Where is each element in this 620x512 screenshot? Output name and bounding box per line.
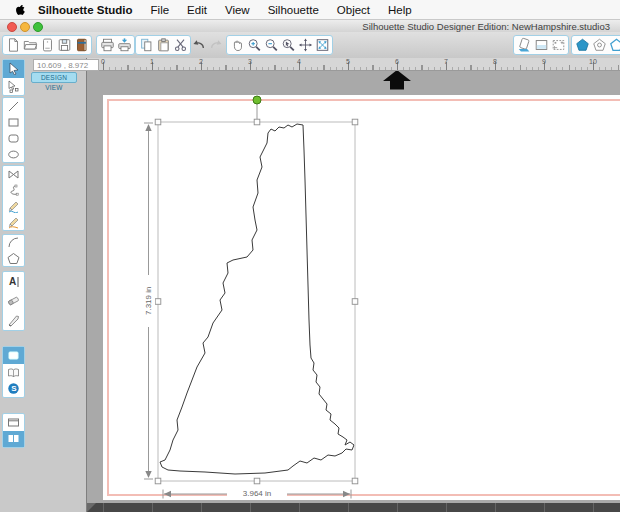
menu-view[interactable]: View <box>225 4 250 16</box>
menu-help[interactable]: Help <box>388 4 412 16</box>
split-pane-button[interactable] <box>3 431 24 448</box>
zoom-toolbar-group <box>226 35 333 55</box>
copy-icon[interactable] <box>138 37 154 54</box>
height-dim-arrow-top <box>145 124 151 131</box>
menu-edit[interactable]: Edit <box>187 4 207 16</box>
height-dimension-label: 7.319 in <box>141 275 155 327</box>
file-toolbar-group <box>2 35 92 55</box>
style-toolbar-group <box>571 35 620 55</box>
menu-bar: Silhouette Studio File Edit View Silhoue… <box>0 0 620 20</box>
print-icon[interactable] <box>99 37 115 54</box>
freehand-tool[interactable] <box>3 198 24 214</box>
fit-to-page-icon[interactable] <box>314 37 330 54</box>
line-style-icon[interactable] <box>591 37 607 54</box>
cursor-coordinates: 10.609 , 8.972 <box>33 59 99 71</box>
left-panel: A S <box>0 58 87 512</box>
ruler-number: 7 <box>444 58 448 65</box>
width-dim-arrow-left <box>164 491 171 497</box>
top-toolbar <box>0 32 620 59</box>
layout-button-group <box>2 413 25 448</box>
shape-tool-group <box>2 97 25 163</box>
canvas-overlay <box>87 58 620 512</box>
ruler-number: 4 <box>297 58 301 65</box>
drag-zoom-icon[interactable] <box>297 37 313 54</box>
cut-scissors-icon[interactable] <box>172 37 188 54</box>
regular-polygon-tool[interactable] <box>3 251 24 267</box>
minimize-button[interactable] <box>20 22 30 32</box>
menu-file[interactable]: File <box>151 4 170 16</box>
fill-color-icon[interactable] <box>574 37 590 54</box>
rotation-handle[interactable] <box>253 96 261 104</box>
zoom-selection-icon[interactable] <box>280 37 296 54</box>
silhouette-studio-screen: { "menu_bar": { "apple_icon": "apple-log… <box>0 0 620 512</box>
undo-icon[interactable] <box>190 37 206 54</box>
draw-tool-group <box>2 165 25 231</box>
ruler-number: 1 <box>150 58 154 65</box>
page-setup-icon[interactable] <box>533 37 549 54</box>
ruler-number: 2 <box>199 58 203 65</box>
window-title: Silhouette Studio Designer Edition: NewH… <box>362 21 610 32</box>
polygon-tool[interactable] <box>3 166 24 182</box>
arc-tool[interactable] <box>3 235 24 251</box>
view-button-group: S <box>2 346 25 398</box>
curve-tool[interactable] <box>3 182 24 198</box>
text-tool[interactable]: A <box>3 272 24 291</box>
single-pane-button[interactable] <box>3 414 24 431</box>
smooth-freehand-tool[interactable] <box>3 214 24 230</box>
open-folder-icon[interactable] <box>22 37 38 54</box>
cursor-arrow-icon <box>383 70 411 90</box>
height-dim-arrow-bottom <box>145 471 151 478</box>
ruler-number: 9 <box>542 58 546 65</box>
save-to-library-icon[interactable] <box>73 37 89 54</box>
apple-logo-icon[interactable] <box>14 3 26 16</box>
svg-text:A: A <box>9 276 16 287</box>
zoom-button[interactable] <box>33 22 43 32</box>
horizontal-ruler: 0 1 2 3 4 5 6 7 8 9 10 <box>87 58 620 71</box>
ruler-number: 6 <box>395 58 399 65</box>
arc-tool-group <box>2 234 25 267</box>
menu-object[interactable]: Object <box>337 4 370 16</box>
design-view-badge: DESIGN VIEW <box>31 72 77 83</box>
width-dimension-label: 3.964 in <box>227 488 287 500</box>
clipboard-toolbar-group <box>135 35 191 55</box>
pan-hand-icon[interactable] <box>229 37 245 54</box>
close-button[interactable] <box>7 22 17 32</box>
svg-text:S: S <box>11 385 17 394</box>
text-tool-group: A <box>2 271 25 331</box>
page-toolbar-group <box>513 35 569 55</box>
redo-icon[interactable] <box>208 37 224 54</box>
rectangle-tool[interactable] <box>3 114 24 130</box>
eraser-tool[interactable] <box>3 291 24 310</box>
menu-silhouette[interactable]: Silhouette <box>268 4 319 16</box>
send-to-silhouette-icon[interactable] <box>116 37 132 54</box>
paste-icon[interactable] <box>155 37 171 54</box>
select-tool-group <box>2 59 25 96</box>
zoom-in-icon[interactable] <box>246 37 262 54</box>
knife-tool[interactable] <box>3 311 24 330</box>
history-toolbar-group <box>190 35 224 55</box>
edit-points-tool[interactable] <box>3 78 24 96</box>
print-toolbar-group <box>96 35 135 55</box>
line-color-icon[interactable] <box>608 37 620 54</box>
ruler-number: 5 <box>346 58 350 65</box>
save-icon[interactable] <box>56 37 72 54</box>
rounded-rectangle-tool[interactable] <box>3 130 24 146</box>
ruler-number: 10 <box>589 58 597 65</box>
registration-marks-icon[interactable] <box>550 37 566 54</box>
store-button[interactable]: S <box>3 380 24 397</box>
cutting-mat-icon[interactable] <box>516 37 532 54</box>
line-tool[interactable] <box>3 98 24 114</box>
select-tool[interactable] <box>3 60 24 78</box>
new-document-icon[interactable] <box>5 37 21 54</box>
design-page-button[interactable] <box>3 347 24 364</box>
new-hampshire-shape[interactable] <box>160 124 354 474</box>
ruler-number: 3 <box>248 58 252 65</box>
menu-app-name[interactable]: Silhouette Studio <box>38 4 133 16</box>
open-recent-icon[interactable] <box>39 37 55 54</box>
ellipse-tool[interactable] <box>3 146 24 162</box>
library-button[interactable] <box>3 364 24 381</box>
width-dim-arrow-right <box>343 491 350 497</box>
ruler-number: 0 <box>101 58 105 65</box>
ruler-number: 8 <box>493 58 497 65</box>
zoom-out-icon[interactable] <box>263 37 279 54</box>
